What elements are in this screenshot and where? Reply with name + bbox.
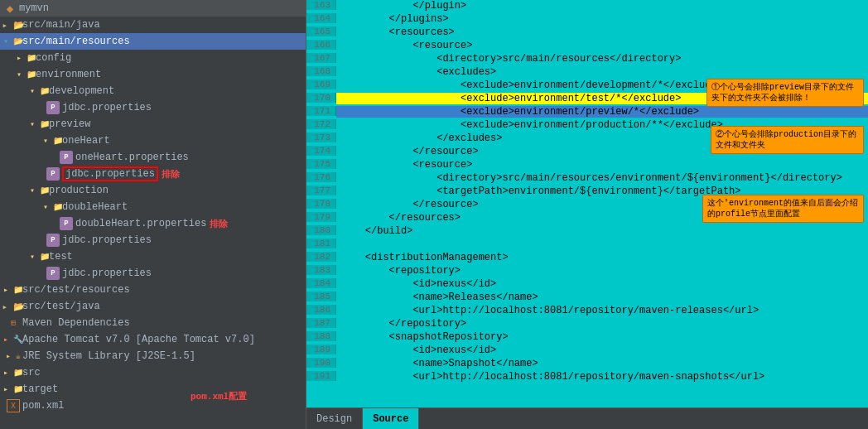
line-text: <directory>src/main/resources/environmen… <box>336 172 868 184</box>
line-text: <name>Snapshot</name> <box>336 358 868 369</box>
tree-item-doubleHeart-prop[interactable]: PdoubleHeart.properties排除 <box>0 215 306 232</box>
tree-item-preview[interactable]: ▾ 📁preview <box>0 116 306 133</box>
line-number: 190 <box>306 358 336 368</box>
tree-item-oneHeart-prop[interactable]: PoneHeart.properties <box>0 149 306 166</box>
tab-design[interactable]: Design <box>306 408 363 429</box>
line-number: 177 <box>306 186 336 195</box>
tree-item-doubleHeart[interactable]: ▾ 📁doubleHeart <box>0 199 306 215</box>
line-number: 166 <box>306 40 336 50</box>
line-number: 183 <box>306 265 336 275</box>
file-prop-icon: P <box>60 151 73 164</box>
line-number: 184 <box>306 278 336 288</box>
folder-icon: ▾ 📁 <box>20 68 33 81</box>
code-line: 164 </plugins> <box>306 13 868 27</box>
tree-label: src <box>22 367 41 378</box>
folder-icon: ▾ 📁 <box>46 134 60 147</box>
line-text: </plugins> <box>336 13 868 25</box>
line-number: 178 <box>306 199 336 209</box>
line-number: 185 <box>306 292 336 301</box>
folder-icon: ▾ 📁 <box>46 200 60 214</box>
code-editor-panel: 163 </plugin> 164 </plugins> 165 <resour… <box>306 0 868 429</box>
tree-item-jdbc-test[interactable]: Pjdbc.properties <box>0 265 306 282</box>
code-line: 189 <id>nexus</id> <box>306 345 868 358</box>
tree-item-jre[interactable]: ▸ ☕JRE System Library [J2SE-1.5] <box>0 348 306 364</box>
code-line: 185 <name>Releases</name> <box>306 292 868 305</box>
line-number: 187 <box>306 318 336 328</box>
line-text: <id>nexus</id> <box>336 278 868 290</box>
editor-tabs: Design Source <box>306 407 868 429</box>
line-number: 171 <box>306 106 336 116</box>
folder-src-icon: ▸ 📂 <box>7 300 20 313</box>
line-text: <url>http://localhost:8081/repository/ma… <box>336 305 868 316</box>
tab-source[interactable]: Source <box>363 408 419 429</box>
file-prop-icon: P <box>60 217 73 230</box>
folder-icon: ▸ 📁 <box>7 283 20 296</box>
line-text: <directory>src/main/resources</directory… <box>336 53 868 65</box>
tree-item-src-main-resources[interactable]: ▾ 📂src/main/resources <box>0 33 306 50</box>
line-number: 189 <box>306 345 336 354</box>
tree-item-jdbc-dev[interactable]: Pjdbc.properties <box>0 99 306 116</box>
tree-item-oneHeart[interactable]: ▾ 📁oneHeart <box>0 133 306 149</box>
code-line: 176 <directory>src/main/resources/enviro… <box>306 172 868 186</box>
tree-item-target[interactable]: ▸ 📁target <box>0 381 306 398</box>
file-tree-panel: ◆mymvn▸ 📂src/main/java▾ 📂src/main/resour… <box>0 0 306 429</box>
code-line: 186 <url>http://localhost:8081/repositor… <box>306 305 868 318</box>
folder-icon: ▸ 📁 <box>7 366 20 379</box>
tree-label: development <box>49 85 114 97</box>
lib-icon: ⊞ <box>7 316 20 330</box>
folder-icon: ▾ 📁 <box>33 84 46 98</box>
code-line: 166 <resource> <box>306 40 868 53</box>
folder-icon: ▸ 📁 <box>7 383 20 396</box>
folder-src-icon: ▸ 📂 <box>7 18 20 31</box>
line-text: <url>http://localhost:8081/repository/ma… <box>336 371 868 383</box>
code-line: 181 <box>306 239 868 252</box>
code-line: 175 <resource> <box>306 159 868 172</box>
line-text: <name>Releases</name> <box>336 292 868 303</box>
tree-label: preview <box>49 118 90 130</box>
line-number: 163 <box>306 0 336 10</box>
tree-label: doubleHeart <box>62 201 128 213</box>
line-number: 179 <box>306 212 336 222</box>
line-number: 182 <box>306 252 336 262</box>
tree-item-jdbc-prod[interactable]: Pjdbc.properties <box>0 232 306 248</box>
exclude-label-2: 排除 <box>210 218 228 230</box>
tree-item-tomcat[interactable]: ▸ 🔧Apache Tomcat v7.0 [Apache Tomcat v7.… <box>0 331 306 348</box>
tree-label: JRE System Library [J2SE-1.5] <box>22 350 195 362</box>
folder-res-icon: ▾ 📂 <box>7 35 20 48</box>
tree-item-maven-deps[interactable]: ⊞Maven Dependencies <box>0 315 306 331</box>
tree-item-config[interactable]: ▸ 📁config <box>0 50 306 66</box>
line-number: 168 <box>306 66 336 76</box>
tree-label: environment <box>36 69 101 80</box>
line-number: 173 <box>306 133 336 142</box>
tree-label: production <box>49 185 108 196</box>
tree-item-environment[interactable]: ▾ 📁environment <box>0 66 306 83</box>
tree-item-src[interactable]: ▸ 📁src <box>0 364 306 381</box>
tree-item-jdbc-preview[interactable]: Pjdbc.properties排除 <box>0 166 306 182</box>
file-prop-icon: P <box>46 101 60 114</box>
tree-item-development[interactable]: ▾ 📁development <box>0 83 306 99</box>
code-line: 182 <distributionManagement> <box>306 252 868 265</box>
code-line: 187 </repository> <box>306 318 868 331</box>
line-number: 175 <box>306 159 336 169</box>
tree-item-test[interactable]: ▾ 📁test <box>0 248 306 265</box>
tree-item-production[interactable]: ▾ 📁production <box>0 182 306 199</box>
line-text: </build> <box>336 225 868 237</box>
tree-label: jdbc.properties <box>62 268 152 279</box>
file-prop-icon: P <box>46 234 60 247</box>
tree-item-src-test-java[interactable]: ▸ 📂src/test/java <box>0 298 306 315</box>
folder-icon: ▸ 📁 <box>20 51 33 65</box>
tomcat-icon: ▸ 🔧 <box>7 333 20 346</box>
tree-label: oneHeart <box>62 135 110 147</box>
code-line: 183 <repository> <box>306 265 868 278</box>
project-icon: ◆ <box>3 2 17 15</box>
tree-item-pom-xml[interactable]: Xpom.xml <box>0 398 306 414</box>
tree-item-src-test-resources[interactable]: ▸ 📁src/test/resources <box>0 282 306 298</box>
line-number: 181 <box>306 239 336 248</box>
code-line: 184 <id>nexus</id> <box>306 278 868 292</box>
line-number: 164 <box>306 13 336 23</box>
tree-item-mymvn[interactable]: ◆mymvn <box>0 0 306 17</box>
code-line: 165 <resources> <box>306 27 868 40</box>
line-text: <exclude>environment/preview/*</exclude> <box>336 106 868 118</box>
tree-item-src-main-java[interactable]: ▸ 📂src/main/java <box>0 17 306 33</box>
code-line: 167 <directory>src/main/resources</direc… <box>306 53 868 66</box>
